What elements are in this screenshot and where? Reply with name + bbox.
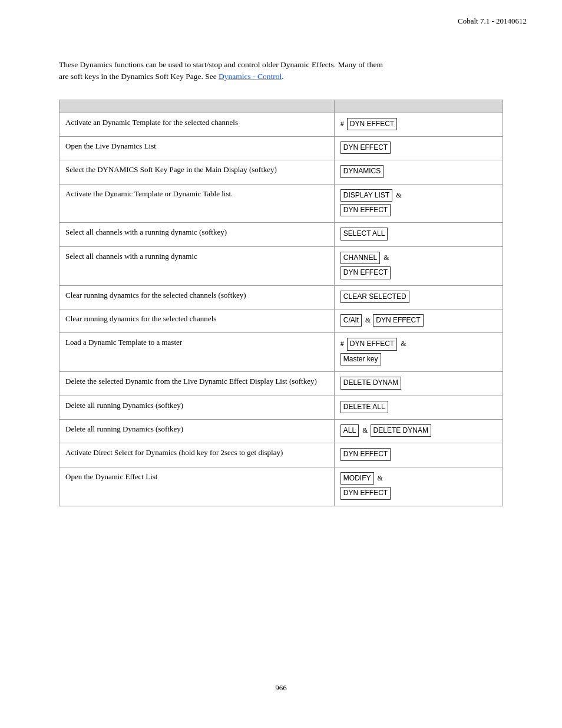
dynamics-functions-table: Activate an Dynamic Template for the sel…	[59, 100, 503, 506]
content-area: These Dynamics functions can be used to …	[59, 59, 503, 518]
key-badge: DELETE DYNAM	[340, 377, 401, 389]
table-row: Delete the selected Dynamic from the Liv…	[59, 372, 503, 396]
table-row: Select the DYNAMICS Soft Key Page in the…	[59, 160, 503, 184]
row-description: Clear running dynamics for the selected …	[59, 309, 335, 333]
row-keys: MODIFY&DYN EFFECT	[334, 467, 503, 506]
hash-symbol: #	[340, 339, 344, 349]
amp-symbol: &	[396, 190, 401, 200]
dynamics-control-link[interactable]: Dynamics - Control	[219, 72, 282, 81]
row-description: Open the Dynamic Effect List	[59, 467, 335, 506]
key-badge: C/Alt	[340, 314, 362, 327]
key-badge: DYN EFFECT	[340, 204, 391, 216]
row-keys: SELECT ALL	[334, 223, 503, 246]
table-row: Clear running dynamics for the selected …	[59, 309, 503, 333]
table-row: Load a Dynamic Template to a master#DYN …	[59, 333, 503, 372]
row-description: Delete all running Dynamics (softkey)	[59, 419, 335, 443]
key-badge: DYNAMICS	[340, 165, 384, 177]
row-keys: DELETE DYNAM	[334, 372, 503, 396]
table-row: Delete all running Dynamics (softkey)ALL…	[59, 419, 503, 443]
key-badge: CLEAR SELECTED	[340, 291, 409, 303]
amp-symbol: &	[384, 253, 389, 263]
amp-symbol: &	[378, 473, 383, 483]
key-badge: SELECT ALL	[340, 228, 388, 240]
row-keys: ALL&DELETE DYNAM	[334, 419, 503, 443]
row-description: Activate the Dynamic Template or Dynamic…	[59, 184, 335, 223]
row-keys: #DYN EFFECT&Master key	[334, 333, 503, 372]
row-description: Activate Direct Select for Dynamics (hol…	[59, 443, 335, 467]
row-description: Select the DYNAMICS Soft Key Page in the…	[59, 160, 335, 184]
page-number: 966	[0, 683, 562, 693]
col-desc-header	[59, 100, 335, 113]
row-keys: #DYN EFFECT	[334, 113, 503, 136]
row-keys: DYN EFFECT	[334, 443, 503, 467]
hash-symbol: #	[340, 119, 344, 129]
amp-symbol: &	[362, 426, 368, 436]
row-keys: CHANNEL&DYN EFFECT	[334, 246, 503, 285]
table-row: Open the Dynamic Effect ListMODIFY&DYN E…	[59, 467, 503, 506]
table-row: Activate an Dynamic Template for the sel…	[59, 113, 503, 136]
row-description: Load a Dynamic Template to a master	[59, 333, 335, 372]
intro-text2: are soft keys in the Dynamics Soft Key P…	[59, 72, 219, 81]
row-keys: CLEAR SELECTED	[334, 285, 503, 309]
table-row: Clear running dynamics for the selected …	[59, 285, 503, 309]
intro-text3: .	[282, 72, 283, 81]
key-badge: DYN EFFECT	[340, 487, 391, 499]
key-badge: DYN EFFECT	[340, 448, 391, 460]
key-badge: DELETE ALL	[340, 401, 388, 413]
table-row: Activate the Dynamic Template or Dynamic…	[59, 184, 503, 223]
row-description: Delete the selected Dynamic from the Liv…	[59, 372, 335, 396]
amp-symbol: &	[365, 315, 371, 325]
key-badge: CHANNEL	[340, 252, 380, 264]
key-badge: DYN EFFECT	[347, 338, 397, 350]
key-badge: DYN EFFECT	[340, 141, 391, 154]
intro-text1: These Dynamics functions can be used to …	[59, 60, 383, 69]
row-description: Select all channels with a running dynam…	[59, 223, 335, 246]
amp-symbol: &	[401, 339, 406, 349]
table-row: Delete all running Dynamics (softkey)DEL…	[59, 396, 503, 419]
row-description: Activate an Dynamic Template for the sel…	[59, 113, 335, 136]
row-keys: DYNAMICS	[334, 160, 503, 184]
table-row: Select all channels with a running dynam…	[59, 246, 503, 285]
row-keys: DELETE ALL	[334, 396, 503, 419]
key-badge: MODIFY	[340, 472, 374, 485]
row-description: Clear running dynamics for the selected …	[59, 285, 335, 309]
row-description: Open the Live Dynamics List	[59, 136, 335, 160]
col-key-header	[334, 100, 503, 113]
page-version: Cobalt 7.1 - 20140612	[458, 17, 527, 26]
intro-paragraph: These Dynamics functions can be used to …	[59, 59, 503, 83]
row-keys: DISPLAY LIST&DYN EFFECT	[334, 184, 503, 223]
key-badge: DYN EFFECT	[347, 118, 397, 130]
row-keys: C/Alt&DYN EFFECT	[334, 309, 503, 333]
table-row: Activate Direct Select for Dynamics (hol…	[59, 443, 503, 467]
table-row: Select all channels with a running dynam…	[59, 223, 503, 246]
key-badge: DELETE DYNAM	[371, 424, 431, 437]
key-badge: ALL	[340, 424, 359, 437]
row-description: Delete all running Dynamics (softkey)	[59, 396, 335, 419]
row-keys: DYN EFFECT	[334, 136, 503, 160]
key-badge: DISPLAY LIST	[340, 189, 392, 202]
table-row: Open the Live Dynamics ListDYN EFFECT	[59, 136, 503, 160]
row-description: Select all channels with a running dynam…	[59, 246, 335, 285]
key-badge: DYN EFFECT	[373, 314, 423, 327]
key-badge: DYN EFFECT	[340, 266, 391, 279]
table-header-row	[59, 100, 503, 113]
key-badge: Master key	[340, 353, 381, 365]
